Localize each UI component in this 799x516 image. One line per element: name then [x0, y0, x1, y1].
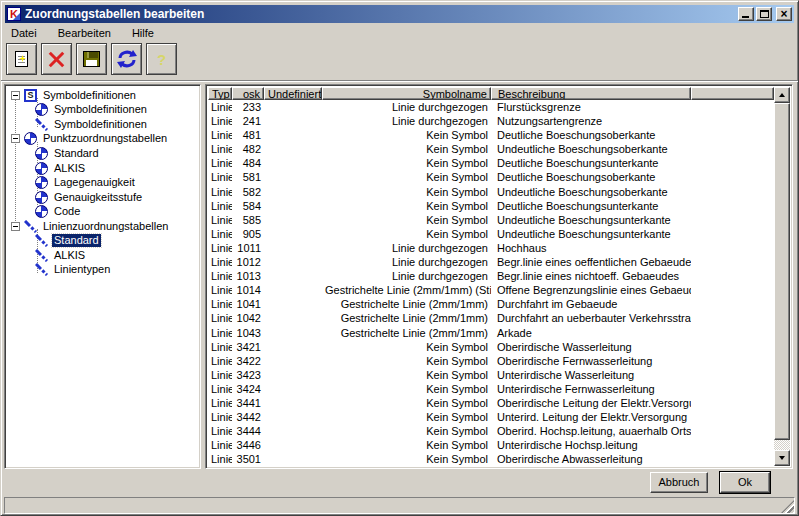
- table-row[interactable]: Linie 1012 Linie durchgezogen Begr.linie…: [208, 255, 774, 269]
- menu-bearbeiten[interactable]: Bearbeiten: [54, 26, 115, 42]
- cell-beschreibung: Deutliche Boeschungsunterkante: [491, 199, 691, 213]
- cell-symbolname: Linie durchgezogen: [322, 114, 491, 128]
- table-row[interactable]: Linie 3422 Kein Symbol Oberirdische Fern…: [208, 354, 774, 368]
- title-bar[interactable]: K Zuordnungstabellen bearbeiten ×: [5, 5, 794, 23]
- minimize-icon: [742, 16, 749, 18]
- table-row[interactable]: Linie 233 Linie durchgezogen Flurstücksg…: [208, 100, 774, 114]
- cell-undefiniert: [264, 297, 322, 311]
- cell-undefiniert: [264, 227, 322, 241]
- table-row[interactable]: Linie 1014 Gestrichelte Linie (2mm/1mm) …: [208, 283, 774, 297]
- cell-typ: Linie: [208, 227, 232, 241]
- table-row[interactable]: Linie 3421 Kein Symbol Oberirdische Wass…: [208, 340, 774, 354]
- cell-osk: 1014: [232, 283, 264, 297]
- cell-osk: 482: [232, 142, 264, 156]
- tree-item[interactable]: Linienzuordnungstabellen: [7, 219, 198, 234]
- table-row[interactable]: Linie 1011 Linie durchgezogen Hochhaus: [208, 241, 774, 255]
- tree-item-label: ALKIS: [52, 249, 87, 262]
- cell-typ: Linie: [208, 114, 232, 128]
- menu-hilfe[interactable]: Hilfe: [128, 26, 158, 42]
- cell-symbolname: Gestrichelte Linie (2mm/1mm) (Stift 7): [322, 283, 491, 297]
- tree-item[interactable]: S Symboldefinitionen: [7, 88, 198, 103]
- table-row[interactable]: Linie 584 Kein Symbol Deutliche Boeschun…: [208, 199, 774, 213]
- cancel-button[interactable]: Abbruch: [650, 472, 708, 493]
- column-header-symbolname[interactable]: Symbolname: [322, 87, 491, 100]
- cell-typ: Linie: [208, 269, 232, 283]
- table-row[interactable]: Linie 3446 Kein Symbol Unterirdische Hoc…: [208, 438, 774, 452]
- cell-typ: Linie: [208, 424, 232, 438]
- tree-expander-icon[interactable]: [11, 222, 20, 231]
- tree-item[interactable]: Punktzuordnungstabellen: [7, 132, 198, 147]
- scrollbar-thumb[interactable]: [774, 103, 790, 440]
- cell-osk: 1013: [232, 269, 264, 283]
- table-row[interactable]: Linie 3442 Kein Symbol Unterird. Leitung…: [208, 410, 774, 424]
- table-row[interactable]: Linie 582 Kein Symbol Undeutliche Boesch…: [208, 185, 774, 199]
- column-header-osk[interactable]: osk: [232, 87, 264, 100]
- maximize-button[interactable]: [756, 7, 772, 21]
- scroll-down-button[interactable]: [774, 450, 790, 466]
- table-row[interactable]: Linie 3444 Kein Symbol Oberird. Hochsp.l…: [208, 424, 774, 438]
- vertical-scrollbar[interactable]: [774, 87, 790, 466]
- cell-typ: Linie: [208, 283, 232, 297]
- scrollbar-track[interactable]: [774, 440, 790, 450]
- table-row[interactable]: Linie 482 Kein Symbol Undeutliche Boesch…: [208, 142, 774, 156]
- resize-grip[interactable]: [781, 500, 794, 513]
- cell-osk: 3422: [232, 354, 264, 368]
- table-row[interactable]: Linie 241 Linie durchgezogen Nutzungsart…: [208, 114, 774, 128]
- menu-datei[interactable]: Datei: [7, 26, 41, 42]
- cell-osk: 1043: [232, 326, 264, 340]
- table-row[interactable]: Linie 3441 Kein Symbol Oberirdische Leit…: [208, 396, 774, 410]
- table-row[interactable]: Linie 3424 Kein Symbol Unterirdische Fer…: [208, 382, 774, 396]
- table-row[interactable]: Linie 3423 Kein Symbol Unterirdische Was…: [208, 368, 774, 382]
- table-row[interactable]: Linie 1042 Gestrichelte Linie (2mm/1mm) …: [208, 311, 774, 325]
- close-button[interactable]: ×: [776, 7, 792, 21]
- tree-item[interactable]: ALKIS: [7, 161, 198, 176]
- line-symbol-icon: [35, 249, 48, 262]
- tree-item[interactable]: Lagegenauigkeit: [7, 175, 198, 190]
- table-header-row: Typ osk Undefiniert Symbolname Beschreib…: [208, 87, 774, 100]
- table-row[interactable]: Linie 1013 Linie durchgezogen Begr.linie…: [208, 269, 774, 283]
- column-header-beschreibung[interactable]: Beschreibung: [491, 87, 691, 100]
- delete-button[interactable]: [41, 43, 72, 75]
- table-row[interactable]: Linie 581 Kein Symbol Deutliche Boeschun…: [208, 170, 774, 184]
- cell-osk: 3424: [232, 382, 264, 396]
- table-row[interactable]: Linie 1043 Gestrichelte Linie (2mm/1mm) …: [208, 326, 774, 340]
- tree-expander-icon[interactable]: [11, 134, 20, 143]
- cell-undefiniert: [264, 142, 322, 156]
- refresh-button[interactable]: [111, 43, 142, 75]
- line-symbol-icon: [35, 263, 48, 276]
- table-row[interactable]: Linie 1041 Gestrichelte Linie (2mm/1mm) …: [208, 297, 774, 311]
- cell-osk: 1042: [232, 311, 264, 325]
- minimize-button[interactable]: [738, 7, 754, 21]
- new-document-icon: [15, 51, 28, 67]
- table-row[interactable]: Linie 3501 Kein Symbol Oberirdische Abwa…: [208, 452, 774, 466]
- cell-symbolname: Kein Symbol: [322, 396, 491, 410]
- table-row[interactable]: Linie 481 Kein Symbol Deutliche Boeschun…: [208, 128, 774, 142]
- cell-symbolname: Kein Symbol: [322, 170, 491, 184]
- tree-item[interactable]: ALKIS: [7, 248, 198, 263]
- tree-item[interactable]: Standard: [7, 146, 198, 161]
- point-symbol-icon: [35, 162, 48, 175]
- tree-item[interactable]: Standard: [7, 233, 198, 248]
- column-header-typ[interactable]: Typ: [208, 87, 232, 100]
- table-row[interactable]: Linie 484 Kein Symbol Deutliche Boeschun…: [208, 156, 774, 170]
- table-row[interactable]: Linie 905 Kein Symbol Undeutliche Boesch…: [208, 227, 774, 241]
- tree: S Symboldefinitionen Symboldefinitionen: [7, 88, 198, 277]
- scroll-up-button[interactable]: [774, 87, 790, 103]
- cell-osk: 584: [232, 199, 264, 213]
- tree-item[interactable]: Symboldefinitionen: [7, 103, 198, 118]
- symbol-definitions-icon: S: [24, 89, 37, 102]
- tree-item[interactable]: Genauigkeitsstufe: [7, 190, 198, 205]
- new-button[interactable]: [6, 43, 37, 75]
- cell-osk: 582: [232, 185, 264, 199]
- tree-expander-icon[interactable]: [11, 91, 20, 100]
- cell-symbolname: Linie durchgezogen: [322, 100, 491, 114]
- toolbar-separator: [1, 80, 798, 82]
- help-button[interactable]: ?: [146, 43, 177, 75]
- ok-button[interactable]: Ok: [720, 472, 770, 493]
- table-row[interactable]: Linie 585 Kein Symbol Undeutliche Boesch…: [208, 213, 774, 227]
- tree-item[interactable]: Linientypen: [7, 263, 198, 278]
- tree-item[interactable]: Symboldefinitionen: [7, 117, 198, 132]
- save-button[interactable]: [76, 43, 107, 75]
- tree-item[interactable]: Code: [7, 204, 198, 219]
- column-header-undefiniert[interactable]: Undefiniert: [264, 87, 322, 100]
